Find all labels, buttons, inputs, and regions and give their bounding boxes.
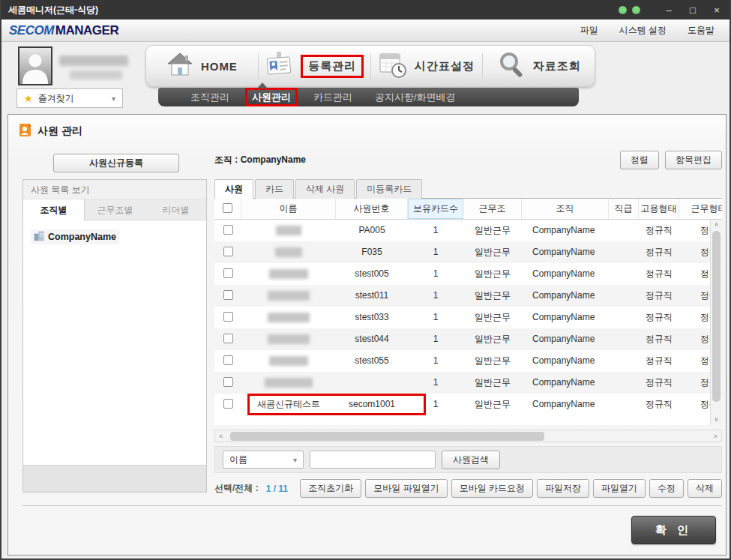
menu-items: 파일 시스템 설정 도움말: [580, 24, 722, 37]
col-name[interactable]: 이름: [241, 199, 336, 219]
cell-rank: [609, 350, 639, 372]
vertical-scrollbar[interactable]: ∧ ∨: [710, 220, 722, 425]
search-input[interactable]: [310, 451, 436, 469]
cell-card-count: 1: [408, 241, 463, 263]
search-field-select[interactable]: 이름 ▾: [223, 451, 304, 469]
cell-employment: 정규직: [639, 263, 679, 285]
nav-registration-label: 등록관리: [301, 55, 364, 78]
table-row[interactable]: stest0441일반근무CompanyName정규직정상: [214, 328, 722, 350]
tab-unregistered-card[interactable]: 미등록카드: [356, 179, 422, 199]
confirm-button[interactable]: 확 인: [631, 516, 716, 544]
table-row[interactable]: stest0331일반근무CompanyName정규직정상: [214, 307, 722, 328]
row-checkbox[interactable]: [223, 247, 233, 256]
cell-rank: [609, 241, 639, 263]
scroll-left-icon[interactable]: <: [219, 431, 223, 442]
scroll-down-icon[interactable]: ∨: [715, 415, 719, 425]
panel-title: 사원 관리: [19, 122, 82, 140]
employee-search-button[interactable]: 사원검색: [442, 451, 500, 469]
scroll-right-icon[interactable]: >: [714, 431, 718, 442]
table-row[interactable]: F0351일반근무CompanyName정규직정상: [214, 241, 722, 263]
mobile-card-request-button[interactable]: 모바일 카드요청: [451, 479, 533, 498]
mobile-file-open-button[interactable]: 모바일 파일열기: [365, 479, 447, 498]
row-checkbox[interactable]: [223, 399, 233, 409]
edit-button[interactable]: 수정: [649, 479, 684, 498]
vertical-scroll-thumb[interactable]: [712, 231, 721, 402]
nav-timetable[interactable]: 시간표설정: [371, 46, 483, 86]
logo-secom: SECOM: [9, 23, 54, 38]
table-row[interactable]: stest0051일반근무CompanyName정규직정상: [214, 263, 722, 285]
table-row[interactable]: stest0551일반근무CompanyName정규직정상: [214, 350, 722, 372]
nav-data-inquiry[interactable]: 자료조회: [483, 46, 595, 86]
organization-tree: CompanyName: [23, 220, 206, 465]
tab-card[interactable]: 카드: [255, 179, 294, 199]
employee-management-panel: 사원 관리 사원신규등록 사원 목록 보기 조직별 근무조별 리더별: [7, 114, 727, 556]
nav-registration[interactable]: 등록관리: [259, 46, 370, 86]
nav-home[interactable]: HOME: [146, 46, 258, 86]
edit-columns-button[interactable]: 항목편집: [665, 151, 722, 169]
tab-by-organization[interactable]: 조직별: [23, 199, 85, 220]
row-checkbox[interactable]: [223, 268, 233, 278]
menu-system-settings[interactable]: 시스템 설정: [619, 24, 667, 37]
cell-emp-no: [336, 372, 408, 394]
row-checkbox[interactable]: [223, 312, 233, 322]
tree-item-company[interactable]: CompanyName: [31, 229, 119, 244]
cell-org: CompanyName: [522, 394, 609, 415]
file-open-button[interactable]: 파일열기: [593, 479, 646, 498]
tab-by-shift[interactable]: 근무조별: [85, 199, 145, 220]
cell-card-count: 1: [408, 263, 463, 285]
maximize-button[interactable]: □: [687, 5, 699, 15]
file-save-button[interactable]: 파일저장: [537, 479, 589, 498]
table-row[interactable]: PA0051일반근무CompanyName정규직정상: [214, 220, 722, 241]
org-reset-button[interactable]: 조직초기화: [300, 479, 361, 498]
table-row[interactable]: 1일반근무CompanyName정규직정상: [214, 372, 722, 394]
table-row[interactable]: stest0111일반근무CompanyName정규직정상: [214, 285, 722, 307]
tab-deleted-employee[interactable]: 삭제 사원: [295, 179, 355, 199]
selection-count-value: 1 / 11: [266, 484, 288, 494]
sort-button[interactable]: 정렬: [620, 151, 659, 169]
cell-rank: [609, 307, 639, 328]
col-rank[interactable]: 직급: [609, 199, 639, 219]
cell-name: [241, 350, 336, 372]
minimize-button[interactable]: –: [663, 5, 675, 15]
cell-select: [214, 350, 241, 372]
subnav-notice-background[interactable]: 공지사항/화면배경: [364, 88, 467, 106]
cell-employment: 정규직: [639, 241, 679, 263]
menu-help[interactable]: 도움말: [688, 24, 715, 37]
tab-by-leader[interactable]: 리더별: [145, 199, 206, 220]
col-work-type[interactable]: 근무형태: [679, 199, 722, 219]
cell-org: CompanyName: [522, 263, 609, 285]
subnav-employee-management[interactable]: 사원관리: [245, 88, 298, 106]
cell-emp-no: secom1001: [336, 394, 408, 415]
page-title: 사원 관리: [37, 124, 82, 138]
row-checkbox[interactable]: [223, 377, 233, 387]
table-row[interactable]: 새콤신규테스트secom10011일반근무CompanyName정규직정상: [214, 394, 722, 415]
menu-file[interactable]: 파일: [580, 24, 598, 37]
scroll-up-icon[interactable]: ∧: [715, 220, 719, 230]
cell-rank: [609, 394, 639, 415]
col-employment[interactable]: 고용형태: [639, 199, 679, 219]
col-card-count[interactable]: ▾ 보유카드수: [408, 199, 463, 219]
subnav-card-management[interactable]: 카드관리: [302, 88, 364, 106]
favorites-dropdown[interactable]: ★ 즐겨찾기 ▾: [16, 88, 123, 108]
row-checkbox[interactable]: [223, 355, 233, 365]
close-button[interactable]: ×: [711, 5, 723, 15]
table-tabs: 사원 카드 삭제 사원 미등록카드: [214, 179, 722, 199]
row-checkbox[interactable]: [223, 225, 233, 235]
delete-button[interactable]: 삭제: [688, 479, 722, 498]
horizontal-scrollbar[interactable]: < >: [214, 430, 722, 442]
subnav-org-management[interactable]: 조직관리: [179, 88, 241, 106]
row-checkbox[interactable]: [223, 334, 233, 343]
redacted-name: [268, 334, 310, 344]
tab-employee[interactable]: 사원: [214, 179, 253, 199]
new-employee-button[interactable]: 사원신규등록: [53, 154, 179, 172]
col-org[interactable]: 조직: [522, 199, 609, 219]
search-bar: 이름 ▾ 사원검색: [214, 446, 722, 473]
redacted-name: [269, 269, 308, 279]
cell-emp-no: PA005: [336, 220, 408, 241]
horizontal-scroll-thumb[interactable]: [230, 432, 544, 441]
redacted-name: [269, 356, 308, 366]
select-all-checkbox[interactable]: [223, 203, 232, 213]
col-emp-no[interactable]: 사원번호: [336, 199, 408, 219]
col-shift[interactable]: 근무조: [463, 199, 522, 219]
row-checkbox[interactable]: [223, 290, 233, 300]
